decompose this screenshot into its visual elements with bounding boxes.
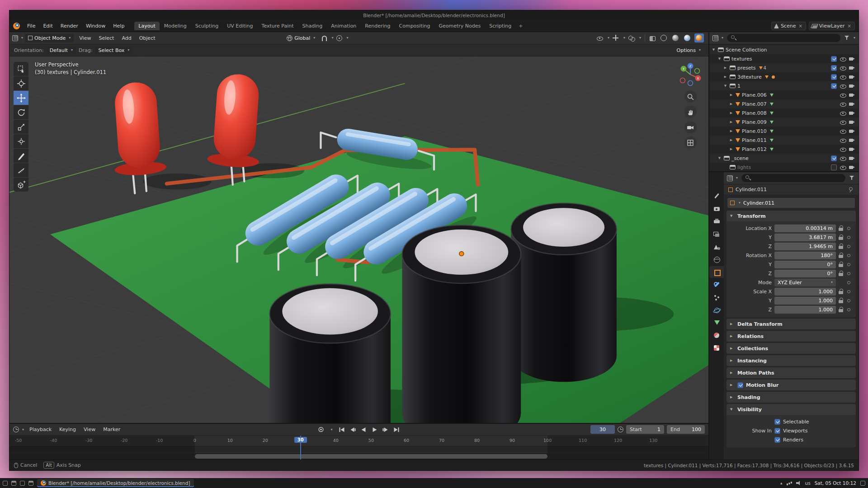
tool-scale[interactable] xyxy=(14,120,28,134)
animate-dot[interactable] xyxy=(847,281,852,284)
value-field-y[interactable]: 1.000 xyxy=(774,297,836,305)
lock-icon[interactable] xyxy=(839,307,844,313)
lock-icon[interactable] xyxy=(839,289,844,295)
value-field-location-x[interactable]: 0.00314 m xyxy=(774,225,836,232)
keyboard-layout-indicator[interactable]: us xyxy=(805,480,811,486)
outliner-row-3dtexture[interactable]: ▶3dtexture xyxy=(709,72,859,81)
overlays-icon[interactable] xyxy=(627,34,636,42)
selectable-checkbox[interactable] xyxy=(774,419,780,425)
value-field-y[interactable]: 3.6817 m xyxy=(774,234,836,241)
jump-to-end-button[interactable] xyxy=(392,425,401,434)
outliner-filter-icon[interactable] xyxy=(844,35,850,41)
eye-toggle[interactable] xyxy=(840,146,846,152)
timeline-menu-playback[interactable]: Playback xyxy=(26,426,55,433)
eye-toggle[interactable] xyxy=(840,155,846,161)
eye-toggle[interactable] xyxy=(840,101,846,107)
outliner-editor-icon[interactable] xyxy=(712,35,718,41)
animate-dot[interactable] xyxy=(847,245,852,248)
outliner-row-textures[interactable]: ▼textures xyxy=(709,54,859,63)
workspace-tab-scripting[interactable]: Scripting xyxy=(485,22,515,30)
value-field-z[interactable]: 1.000 xyxy=(774,306,836,314)
camera-toggle[interactable] xyxy=(849,65,855,71)
workspace-tab-sculpting[interactable]: Sculpting xyxy=(191,22,222,30)
disclosure-down-icon[interactable]: ▼ xyxy=(723,84,728,88)
file-manager-icon[interactable] xyxy=(11,481,16,486)
object-name-field[interactable]: ▾ Cylinder.011 xyxy=(727,198,855,208)
outliner-row-plane-011[interactable]: ▶Plane.011 xyxy=(709,136,859,145)
panel-motion-paths[interactable]: ▶Motion Paths xyxy=(726,367,856,378)
timeline-track-area[interactable]: -50-40-30-20-100102030405060708090100110… xyxy=(9,436,708,460)
tray-expand-icon[interactable]: ▴ xyxy=(780,481,783,485)
timeline-editor-icon[interactable] xyxy=(13,427,19,432)
value-field-y[interactable]: 0° xyxy=(774,261,836,268)
checkbox-empty-toggle[interactable] xyxy=(831,164,837,170)
camera-toggle[interactable] xyxy=(849,110,855,116)
taskbar-clock[interactable]: Sat, 05 Oct 10:12 xyxy=(815,480,856,486)
outliner-row-plane-012[interactable]: ▶Plane.012 xyxy=(709,145,859,154)
outliner-row-scene[interactable]: ▼_scene xyxy=(709,154,859,163)
viewport-menu-view[interactable]: View xyxy=(75,34,94,42)
workspace-tab-texture-paint[interactable]: Texture Paint xyxy=(258,22,298,30)
properties-tab-physics[interactable] xyxy=(709,304,724,316)
camera-toggle[interactable] xyxy=(849,74,855,80)
camera-toggle[interactable] xyxy=(849,164,855,170)
lock-icon[interactable] xyxy=(839,298,844,304)
disclosure-right-icon[interactable]: ▶ xyxy=(729,93,734,97)
panel-motion-blur[interactable]: ▶Motion Blur xyxy=(726,380,856,390)
motion-blur-checkbox[interactable] xyxy=(737,382,743,388)
tool-add-cube[interactable] xyxy=(14,178,28,192)
object-visibility-icon[interactable] xyxy=(596,34,604,42)
lock-icon[interactable] xyxy=(839,253,844,258)
timeline-playhead[interactable]: 30 xyxy=(300,436,301,460)
disclosure-down-icon[interactable]: ▼ xyxy=(717,156,722,160)
panel-instancing[interactable]: ▶Instancing xyxy=(726,355,856,366)
properties-tab-render[interactable] xyxy=(709,203,724,215)
shading-solid-button[interactable] xyxy=(671,33,680,42)
transform-orientation-dropdown[interactable]: Global▾ xyxy=(283,34,318,42)
frame-start-field[interactable]: Start1 xyxy=(626,425,664,434)
workspace-tab-shading[interactable]: Shading xyxy=(298,22,327,30)
topbar-menu-render[interactable]: Render xyxy=(57,22,82,30)
workspace-tab-compositing[interactable]: Compositing xyxy=(395,22,434,30)
workspace-tab-uv-editing[interactable]: UV Editing xyxy=(223,22,257,30)
zoom-icon[interactable] xyxy=(684,90,697,103)
camera-view-icon[interactable] xyxy=(684,121,697,133)
checkbox-toggle[interactable] xyxy=(831,83,837,89)
app-menu-icon[interactable] xyxy=(3,481,8,486)
workspace-tab-geometry-nodes[interactable]: Geometry Nodes xyxy=(434,22,485,30)
volume-icon[interactable] xyxy=(796,481,801,485)
timeline-menu-keying[interactable]: Keying xyxy=(56,426,80,433)
viewport-canvas[interactable]: User Perspective (30) textures | Cylinde… xyxy=(9,56,708,423)
breadcrumb-object-name[interactable]: Cylinder.011 xyxy=(736,187,767,192)
tool-select-box[interactable] xyxy=(14,62,28,76)
panel-shading[interactable]: ▶Shading xyxy=(726,392,856,403)
workspace-switcher-icon[interactable] xyxy=(28,481,33,486)
eye-toggle[interactable] xyxy=(840,137,846,143)
camera-toggle[interactable] xyxy=(849,146,855,152)
panel-transform[interactable]: ▼ Transform xyxy=(726,211,856,221)
eye-toggle[interactable] xyxy=(840,83,846,89)
tool-move[interactable] xyxy=(14,91,28,105)
properties-filter-icon[interactable] xyxy=(849,175,855,181)
shading-rendered-button[interactable] xyxy=(694,33,704,42)
animate-dot[interactable] xyxy=(847,236,852,239)
timeline-menu-view[interactable]: View xyxy=(80,426,99,433)
taskbar-window-button[interactable]: Blender* [/home/amalie/Desktop/blender/e… xyxy=(37,479,194,487)
outliner-row-plane-007[interactable]: ▶Plane.007 xyxy=(709,99,859,108)
add-workspace-button[interactable]: + xyxy=(516,22,525,30)
properties-tab-material[interactable] xyxy=(709,329,724,341)
capacitor-3[interactable] xyxy=(511,203,617,382)
viewport-menu-add[interactable]: Add xyxy=(118,34,135,42)
toggle-orthographic-icon[interactable] xyxy=(684,136,697,149)
camera-toggle[interactable] xyxy=(849,128,855,134)
workspace-tab-modeling[interactable]: Modeling xyxy=(160,22,191,30)
lock-icon[interactable] xyxy=(839,271,844,277)
animate-dot[interactable] xyxy=(847,227,852,230)
lock-icon[interactable] xyxy=(839,244,844,249)
outliner-search-input[interactable] xyxy=(727,34,840,42)
value-field-rotation-x[interactable]: 180° xyxy=(774,252,836,259)
show-in-renders-checkbox[interactable] xyxy=(774,437,780,443)
topbar-menu-window[interactable]: Window xyxy=(82,22,109,30)
frame-end-field[interactable]: End100 xyxy=(667,425,705,434)
disclosure-down-icon[interactable]: ▼ xyxy=(717,57,722,61)
